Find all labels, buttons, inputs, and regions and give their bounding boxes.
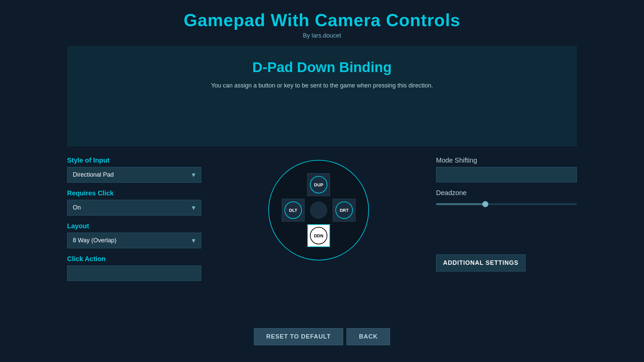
style-of-input-dropdown[interactable]: Directional Pad xyxy=(67,167,201,183)
dpad-left-circle: DLT xyxy=(284,201,302,219)
binding-description: You can assign a button or key to be sen… xyxy=(87,82,557,89)
dpad-right-circle: DRT xyxy=(335,201,353,219)
back-button[interactable]: BACK xyxy=(346,328,390,345)
dpad-right-label: DRT xyxy=(340,208,349,213)
additional-settings-button[interactable]: ADDITIONAL SETTINGS xyxy=(436,254,526,272)
binding-title: D-Pad Down Binding xyxy=(87,59,557,75)
top-panel: D-Pad Down Binding You can assign a butt… xyxy=(67,46,577,146)
mode-shifting-label: Mode Shifting xyxy=(436,157,577,164)
dpad-right-button[interactable]: DRT xyxy=(333,199,356,222)
dpad-cross: DUP DLT DRT xyxy=(282,173,356,247)
requires-click-dropdown-wrapper[interactable]: On ▼ xyxy=(67,200,201,216)
dpad-down-button[interactable]: DDN xyxy=(307,224,330,247)
deadzone-label: Deadzone xyxy=(436,189,577,197)
layout-value: 8 Way (Overlap) xyxy=(73,237,116,244)
mode-shifting-group: Mode Shifting xyxy=(436,157,577,182)
footer: RESET TO DEFAULT BACK xyxy=(0,318,644,352)
click-action-field[interactable] xyxy=(67,265,201,281)
style-of-input-label: Style of Input xyxy=(67,157,201,164)
style-of-input-group: Style of Input Directional Pad ▼ xyxy=(67,157,201,183)
left-panel: Style of Input Directional Pad ▼ Require… xyxy=(67,157,201,281)
deadzone-slider-fill xyxy=(436,203,485,205)
deadzone-group: Deadzone xyxy=(436,189,577,207)
deadzone-slider-container xyxy=(436,201,577,207)
style-of-input-value: Directional Pad xyxy=(73,171,114,178)
header: Gamepad With Camera Controls By lars.dou… xyxy=(0,0,644,46)
dpad-container: DUP DLT DRT xyxy=(268,160,369,260)
dpad-left-label: DLT xyxy=(289,208,297,213)
dpad-center xyxy=(310,202,327,219)
dpad-left-button[interactable]: DLT xyxy=(282,199,305,222)
style-of-input-dropdown-wrapper[interactable]: Directional Pad ▼ xyxy=(67,167,201,183)
requires-click-label: Requires Click xyxy=(67,189,201,197)
bottom-section: Style of Input Directional Pad ▼ Require… xyxy=(0,146,644,281)
reset-to-default-button[interactable]: RESET TO DEFAULT xyxy=(254,328,343,345)
layout-dropdown-wrapper[interactable]: 8 Way (Overlap) ▼ xyxy=(67,233,201,248)
layout-label: Layout xyxy=(67,222,201,230)
layout-group: Layout 8 Way (Overlap) ▼ xyxy=(67,222,201,248)
requires-click-group: Requires Click On ▼ xyxy=(67,189,201,216)
requires-click-value: On xyxy=(73,204,81,211)
requires-click-dropdown[interactable]: On xyxy=(67,200,201,216)
dpad-down-circle: DDN xyxy=(310,227,327,244)
dpad-up-button[interactable]: DUP xyxy=(307,173,330,196)
app-author: By lars.doucet xyxy=(0,32,644,39)
mode-shifting-field[interactable] xyxy=(436,167,577,182)
right-panel: Mode Shifting Deadzone ADDITIONAL SETTIN… xyxy=(436,157,577,281)
app-title: Gamepad With Camera Controls xyxy=(0,10,644,30)
click-action-label: Click Action xyxy=(67,255,201,263)
deadzone-slider-thumb[interactable] xyxy=(482,201,488,207)
click-action-group: Click Action xyxy=(67,255,201,281)
dpad-down-label: DDN xyxy=(314,233,323,238)
dpad-up-circle: DUP xyxy=(310,176,327,193)
center-panel: DUP DLT DRT xyxy=(215,157,423,281)
layout-dropdown[interactable]: 8 Way (Overlap) xyxy=(67,233,201,248)
dpad-up-label: DUP xyxy=(314,182,323,187)
deadzone-slider-track xyxy=(436,203,577,205)
